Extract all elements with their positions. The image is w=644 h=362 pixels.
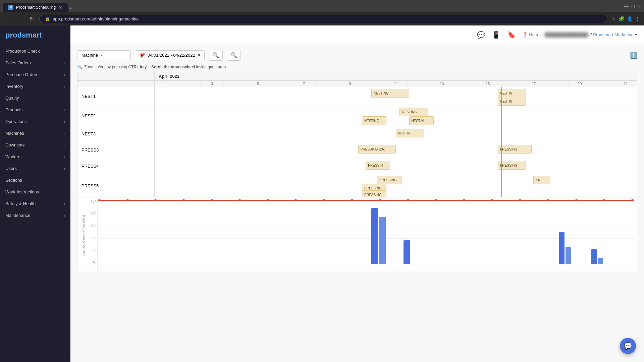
y-tick-40: 40 — [93, 260, 96, 264]
controls-bar: Machine ▾ 📅 04/01/2022 - 04/22/2022 ▾ 🔍 … — [77, 50, 637, 61]
chart-plot-area — [98, 200, 634, 271]
bar-2a — [404, 240, 410, 264]
sidebar-item-maintenance[interactable]: Maintenance ‹ — [0, 209, 70, 221]
press4-tasks: PRESSIN PRESSING — [155, 158, 637, 174]
task-bar-press5-1[interactable]: PRESSING — [377, 176, 401, 184]
task-bar-press4-1[interactable]: PRESSIN — [366, 161, 390, 170]
sidebar-item-safety-health[interactable]: Safety & Health ‹ — [0, 198, 70, 209]
sidebar-item-quality[interactable]: Quality ‹ — [0, 92, 70, 104]
chart-grid — [98, 200, 634, 264]
sidebar-item-users[interactable]: Users ‹ — [0, 163, 70, 174]
y-tick-60: 60 — [93, 248, 96, 252]
nest1-tasks: NESTING (: NESTIN NESTIN — [155, 87, 637, 106]
sidebar-item-inventory[interactable]: Inventory ‹ — [0, 80, 70, 92]
row-label-nest1: NEST1 — [77, 87, 155, 106]
row-label-nest3: NEST3 — [77, 126, 155, 142]
app-layout: prodsmart Production Check ‹ Sales Order… — [0, 25, 644, 362]
gantt-chart: April 2022 1 3 5 7 9 — [77, 72, 637, 197]
view-type-dropdown[interactable]: Machine ▾ — [77, 50, 131, 60]
forward-button[interactable]: → — [16, 14, 24, 23]
task-bar-press5-2[interactable]: PRE — [533, 176, 550, 184]
collapse-icon: ‹ — [64, 354, 65, 359]
zoom-in-button[interactable]: 🔍 — [209, 50, 223, 61]
chat-widget-button[interactable]: 💬 — [620, 338, 636, 354]
reload-button[interactable]: ↻ — [28, 14, 35, 23]
sidebar-label-safety-health: Safety & Health — [5, 201, 36, 206]
press3-tasks: PRESSING (2A. PRESSING — [155, 142, 637, 158]
sidebar-label-operations: Operations — [5, 119, 27, 124]
mobile-icon[interactable]: 📱 — [492, 31, 500, 39]
sidebar-label-downtime: Downtime — [5, 142, 25, 147]
url-text: app.prodsmart.com/admin/planning/machine — [53, 16, 139, 21]
chevron-icon: ‹ — [64, 131, 65, 135]
bar-1b — [379, 217, 386, 264]
back-button[interactable]: ← — [4, 14, 12, 23]
task-bar-press3-1[interactable]: PRESSING (2A. — [358, 145, 396, 154]
task-bar-nest3-1[interactable]: NESTIN — [396, 129, 424, 137]
window-close[interactable]: ✕ — [638, 4, 641, 9]
day-17: 17 — [523, 81, 546, 87]
extensions-icon[interactable]: 🧩 — [619, 16, 624, 21]
bar-group-3 — [559, 232, 571, 264]
task-bar-press5-4[interactable]: PRESSING — [362, 190, 386, 197]
window-restore[interactable]: ◻ — [631, 4, 635, 9]
active-tab[interactable]: P Prodsmart Scheduling ✕ — [3, 3, 68, 12]
sidebar-collapse-button[interactable]: ‹ — [0, 350, 70, 362]
sidebar-label-users: Users — [5, 166, 17, 171]
help-button[interactable]: ❓ Help — [522, 32, 538, 37]
sidebar-item-machines[interactable]: Machines ‹ — [0, 127, 70, 139]
today-line — [501, 87, 502, 197]
day-9: 9 — [338, 81, 362, 87]
bookmark-star-icon[interactable]: ☆ — [611, 16, 616, 21]
window-minimize[interactable]: — — [624, 4, 629, 9]
chevron-icon: ‹ — [64, 49, 65, 53]
task-bar-nest2-1[interactable]: NESTING — [399, 108, 428, 116]
task-bar-nest1-1[interactable]: NESTING (: — [371, 89, 409, 98]
sidebar-item-work-instructions[interactable]: Work Instructions — [0, 186, 70, 198]
sidebar-item-sales-orders[interactable]: Sales Orders ‹ — [0, 57, 70, 69]
chart-y-label-container: Load and Capacity (hours/day) — [80, 200, 87, 271]
nest3-tasks: NESTIN — [155, 126, 637, 142]
sidebar-item-sections[interactable]: Sections — [0, 174, 70, 186]
sidebar-item-purchase-orders[interactable]: Purchase Orders ‹ — [0, 69, 70, 80]
date-range-picker[interactable]: 📅 04/01/2022 - 04/22/2022 ▾ — [135, 50, 205, 60]
day-11: 11 — [384, 81, 408, 87]
chevron-icon: ‹ — [64, 96, 65, 100]
browser-actions: ☆ 🧩 👤 ⋮ — [611, 16, 640, 21]
user-name-blurred: ██████████████ — [545, 32, 588, 37]
help-circle-icon: ❓ — [522, 32, 528, 37]
browser-chrome: P Prodsmart Scheduling ✕ + — ◻ ✕ — [0, 0, 644, 12]
zoom-out-button[interactable]: 🔍 — [227, 50, 241, 61]
chat-widget-icon: 💬 — [624, 342, 632, 350]
sidebar-label-sections: Sections — [5, 178, 22, 183]
main-content: 💬 📱 🔖 ❓ Help ██████████████ // Prodsmart… — [70, 25, 644, 362]
bookmark-icon[interactable]: 🔖 — [507, 31, 516, 39]
task-bar-nest2-2[interactable]: NESTING — [362, 116, 386, 125]
browser-tabs: P Prodsmart Scheduling ✕ + — [3, 0, 73, 12]
user-chevron-icon: ▾ — [635, 32, 637, 37]
sidebar-item-products[interactable]: Products ‹ — [0, 104, 70, 116]
sidebar-item-production-check[interactable]: Production Check ‹ — [0, 45, 70, 57]
day-5: 5 — [247, 81, 270, 87]
info-icon[interactable]: ℹ️ — [630, 52, 637, 59]
capacity-line — [98, 200, 634, 201]
chat-icon[interactable]: 💬 — [477, 31, 485, 39]
sidebar-item-downtime[interactable]: Downtime ‹ — [0, 139, 70, 151]
chevron-icon: ‹ — [64, 143, 65, 147]
chevron-icon: ‹ — [64, 61, 65, 65]
url-bar[interactable]: 🔒 app.prodsmart.com/admin/planning/machi… — [39, 15, 607, 23]
sidebar-item-operations[interactable]: Operations ‹ — [0, 116, 70, 127]
sidebar-item-workers[interactable]: Workers ‹ — [0, 151, 70, 163]
user-menu[interactable]: ██████████████ // Prodsmart Marketing ▾ — [545, 32, 637, 37]
tab-close-button[interactable]: ✕ — [58, 5, 62, 10]
new-tab-button[interactable]: + — [69, 5, 73, 12]
gantt-rows-container: NEST1 NESTING (: NESTIN — [77, 87, 637, 197]
content-area: Machine ▾ 📅 04/01/2022 - 04/22/2022 ▾ 🔍 … — [70, 44, 644, 362]
sidebar-label-maintenance: Maintenance — [5, 213, 30, 218]
y-axis-label: Load and Capacity (hours/day) — [82, 215, 85, 256]
profile-icon[interactable]: 👤 — [627, 16, 633, 21]
sidebar-label-inventory: Inventory — [5, 84, 23, 89]
task-bar-nest2-3[interactable]: NESTIN — [409, 116, 434, 125]
task-bar-press3-2[interactable]: PRESSING — [498, 145, 532, 154]
menu-icon[interactable]: ⋮ — [635, 16, 640, 21]
